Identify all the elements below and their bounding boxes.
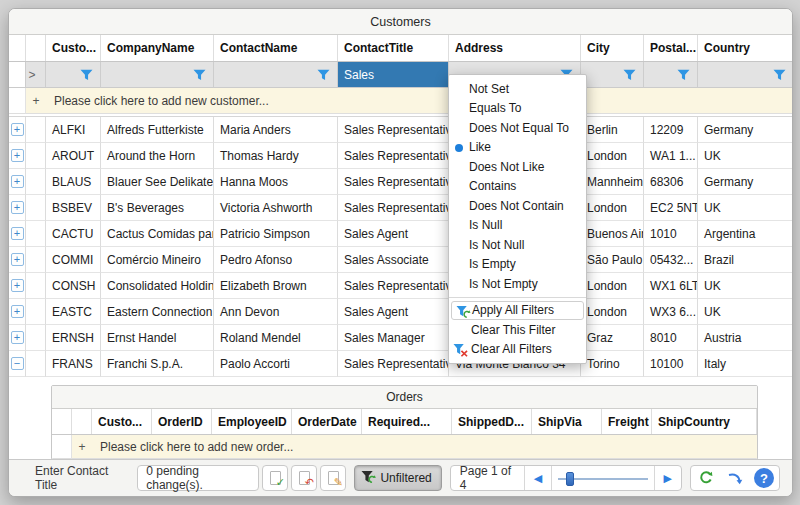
cell-id[interactable]: CACTU (46, 221, 101, 247)
cell-id[interactable]: AROUT (46, 143, 101, 169)
collapse-minus-icon[interactable]: − (11, 357, 24, 370)
reject-changes-button[interactable]: ↶ (291, 465, 317, 491)
cell-postal[interactable]: 68306 (644, 169, 698, 195)
cell-company[interactable]: Blauer See Delikatessen (101, 169, 214, 195)
cell-country[interactable]: UK (698, 273, 793, 299)
cell-postal[interactable]: 05432... (644, 247, 698, 273)
expand-plus-icon[interactable]: + (11, 201, 24, 214)
menu-item-is-null[interactable]: Is Null (449, 216, 586, 236)
expand-plus-icon[interactable]: + (11, 305, 24, 318)
accept-changes-button[interactable]: ✓ (262, 465, 288, 491)
filter-cell-contactname[interactable] (214, 62, 338, 88)
cell-contact[interactable]: Ann Devon (214, 299, 338, 325)
menu-item-not-set[interactable]: Not Set (449, 79, 586, 99)
cell-contact[interactable]: Pedro Afonso (214, 247, 338, 273)
cell-contact[interactable]: Thomas Hardy (214, 143, 338, 169)
next-page-button[interactable]: ▶ (655, 466, 681, 490)
cell-postal[interactable]: EC2 5NT (644, 195, 698, 221)
cell-company[interactable]: Franchi S.p.A. (101, 351, 214, 377)
cell-city[interactable]: London (581, 195, 644, 221)
orders-column-header-employeeid[interactable]: EmployeeID (212, 409, 292, 434)
cell-country[interactable]: Italy (698, 351, 793, 377)
cell-city[interactable]: Graz (581, 325, 644, 351)
orders-column-header-freight[interactable]: Freight (602, 409, 652, 434)
cell-country[interactable]: Germany (698, 117, 793, 143)
customer-row-eastc[interactable]: +EASTCEastern ConnectionAnn DevonSales A… (9, 299, 792, 325)
cell-contact[interactable]: Paolo Accorti (214, 351, 338, 377)
filter-cell-postal[interactable] (644, 62, 698, 88)
cell-title[interactable]: Sales Representative (338, 195, 449, 221)
customer-row-arout[interactable]: +AROUTAround the HornThomas HardySales R… (9, 143, 792, 169)
cell-city[interactable]: Buenos Aires (581, 221, 644, 247)
menu-item-contains[interactable]: Contains (449, 177, 586, 197)
cell-country[interactable]: UK (698, 143, 793, 169)
filter-cell-custo[interactable] (46, 62, 101, 88)
expand-plus-icon[interactable]: + (11, 253, 24, 266)
help-button[interactable]: ? (754, 468, 774, 488)
cell-company[interactable]: Around the Horn (101, 143, 214, 169)
cell-city[interactable]: Mannheim (581, 169, 644, 195)
cell-company[interactable]: B's Beverages (101, 195, 214, 221)
orders-column-header-shippedd[interactable]: ShippedD... (452, 409, 532, 434)
menu-item-equals-to[interactable]: Equals To (449, 99, 586, 119)
cell-country[interactable]: Germany (698, 169, 793, 195)
cell-postal[interactable]: WA1 1... (644, 143, 698, 169)
expand-plus-icon[interactable]: + (11, 279, 24, 292)
cell-id[interactable]: ALFKI (46, 117, 101, 143)
menu-item-is-empty[interactable]: Is Empty (449, 255, 586, 275)
orders-column-header-shipcountry[interactable]: ShipCountry (652, 409, 757, 434)
column-header-companyname[interactable]: CompanyName (101, 35, 214, 61)
cell-company[interactable]: Ernst Handel (101, 325, 214, 351)
cell-postal[interactable]: WX1 6LT (644, 273, 698, 299)
cell-postal[interactable]: WX3 6... (644, 299, 698, 325)
menu-item-does-not-equal-to[interactable]: Does Not Equal To (449, 118, 586, 138)
customer-row-consh[interactable]: +CONSHConsolidated HoldingsElizabeth Bro… (9, 273, 792, 299)
customer-row-commi[interactable]: +COMMIComércio MineiroPedro AfonsoSales … (9, 247, 792, 273)
unfiltered-button[interactable]: Unfiltered (354, 465, 441, 491)
cell-id[interactable]: FRANS (46, 351, 101, 377)
add-customer-row[interactable]: + Please click here to add new customer.… (9, 88, 792, 114)
menu-item-clear-all-filters[interactable]: Clear All Filters (449, 340, 586, 360)
page-slider-thumb[interactable] (566, 472, 574, 486)
export-button[interactable] (725, 468, 745, 488)
cell-company[interactable]: Cactus Comidas para l... (101, 221, 214, 247)
cell-title[interactable]: Sales Representative (338, 351, 449, 377)
cell-id[interactable]: CONSH (46, 273, 101, 299)
column-header-country[interactable]: Country (698, 35, 793, 61)
cell-id[interactable]: BSBEV (46, 195, 101, 221)
menu-item-is-not-null[interactable]: Is Not Null (449, 235, 586, 255)
refresh-button[interactable] (696, 468, 716, 488)
cell-id[interactable]: COMMI (46, 247, 101, 273)
orders-column-header-shipvia[interactable]: ShipVia (532, 409, 602, 434)
cell-city[interactable]: London (581, 143, 644, 169)
cell-id[interactable]: BLAUS (46, 169, 101, 195)
orders-column-header-required[interactable]: Required... (362, 409, 452, 434)
cell-postal[interactable]: 12209 (644, 117, 698, 143)
customer-row-alfki[interactable]: +ALFKIAlfreds FutterkisteMaria AndersSal… (9, 117, 792, 143)
page-slider[interactable] (552, 466, 654, 490)
cell-contact[interactable]: Hanna Moos (214, 169, 338, 195)
cell-city[interactable]: São Paulo (581, 247, 644, 273)
cell-title[interactable]: Sales Associate (338, 247, 449, 273)
cell-company[interactable]: Eastern Connection (101, 299, 214, 325)
filter-cell-city[interactable] (581, 62, 644, 88)
menu-item-like[interactable]: Like (449, 138, 586, 158)
expand-plus-icon[interactable]: + (11, 175, 24, 188)
cell-contact[interactable]: Elizabeth Brown (214, 273, 338, 299)
cell-company[interactable]: Comércio Mineiro (101, 247, 214, 273)
cell-company[interactable]: Alfreds Futterkiste (101, 117, 214, 143)
orders-column-header-custo[interactable]: Custo... (92, 409, 152, 434)
column-header-postal[interactable]: Postal... (644, 35, 698, 61)
expand-plus-icon[interactable]: + (11, 331, 24, 344)
orders-column-header-orderdate[interactable]: OrderDate (292, 409, 362, 434)
menu-item-is-not-empty[interactable]: Is Not Empty (449, 274, 586, 294)
cell-contact[interactable]: Victoria Ashworth (214, 195, 338, 221)
filter-cell-companyname[interactable] (101, 62, 214, 88)
customer-row-blaus[interactable]: +BLAUSBlauer See DelikatessenHanna MoosS… (9, 169, 792, 195)
cell-title[interactable]: Sales Representative (338, 169, 449, 195)
cell-title[interactable]: Sales Representative (338, 117, 449, 143)
cell-id[interactable]: EASTC (46, 299, 101, 325)
filter-input-contacttitle[interactable]: Sales (338, 62, 449, 88)
cell-contact[interactable]: Maria Anders (214, 117, 338, 143)
menu-item-apply-all-filters[interactable]: Apply All Filters (451, 301, 584, 321)
